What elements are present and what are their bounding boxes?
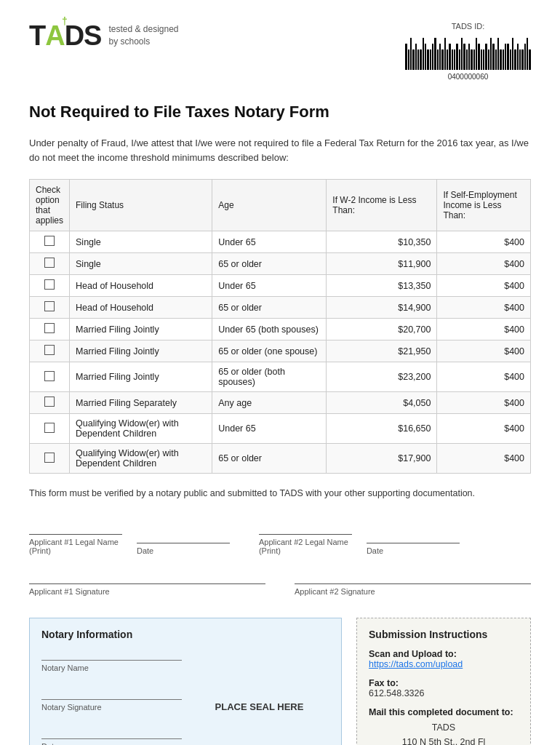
notary-fields: Notary Name Notary Signature Date — [41, 648, 182, 745]
checkbox-icon[interactable] — [44, 423, 55, 433]
applicant2-sig-line — [295, 570, 531, 584]
filing-status-cell: Single — [70, 253, 212, 275]
page-header: TA†DS tested & designed by schools TADS … — [29, 22, 531, 81]
notary-date-field: Date — [41, 726, 182, 745]
checkbox-cell[interactable] — [30, 231, 70, 253]
applicant1-name-label: Applicant #1 Legal Name (Print) — [29, 538, 122, 555]
w2-income-cell: $23,200 — [327, 362, 437, 392]
w2-income-cell: $10,350 — [327, 231, 437, 253]
intro-text: Under penalty of Fraud, I/we attest that… — [29, 136, 531, 164]
age-cell: 65 or older — [212, 253, 327, 275]
self-employment-cell: $400 — [437, 362, 531, 392]
checkbox-cell[interactable] — [30, 392, 70, 414]
submission-mail-label: Mail this completed document to: — [369, 707, 513, 717]
checkbox-icon[interactable] — [44, 453, 55, 463]
self-employment-cell: $400 — [437, 319, 531, 340]
bottom-section: Notary Information Notary Name Notary Si… — [29, 618, 531, 745]
self-employment-cell: $400 — [437, 275, 531, 297]
checkbox-icon[interactable] — [44, 371, 55, 381]
submission-mail-street: 110 N 5th St., 2nd Fl — [402, 737, 486, 745]
applicant2-sig-label: Applicant #2 Signature — [295, 587, 531, 596]
checkbox-cell[interactable] — [30, 319, 70, 340]
applicant1-sig-line — [29, 570, 265, 584]
submission-mail-name: TADS — [432, 722, 455, 733]
sig-name-row: Applicant #1 Legal Name (Print) Date App… — [29, 520, 531, 555]
checkbox-cell[interactable] — [30, 275, 70, 297]
table-row: Married Filing Separately Any age $4,050… — [30, 392, 531, 414]
notary-sig-field: Notary Signature — [41, 687, 182, 712]
col-header-w2: If W-2 Income is Less Than: — [327, 180, 437, 231]
applicant2-name-line — [259, 520, 352, 535]
col-header-self: If Self-Employment Income is Less Than: — [437, 180, 531, 231]
w2-income-cell: $16,650 — [327, 414, 437, 444]
submission-box: Submission Instructions Scan and Upload … — [356, 618, 531, 745]
w2-income-cell: $20,700 — [327, 319, 437, 340]
table-row: Qualifying Widow(er) with Dependent Chil… — [30, 444, 531, 474]
checkbox-cell[interactable] — [30, 253, 70, 275]
table-row: Head of Household Under 65 $13,350 $400 — [30, 275, 531, 297]
notary-box: Notary Information Notary Name Notary Si… — [29, 618, 342, 745]
filing-status-cell: Qualifying Widow(er) with Dependent Chil… — [70, 444, 212, 474]
applicant2-date-line — [367, 529, 460, 543]
applicant1-name-field: Applicant #1 Legal Name (Print) — [29, 520, 122, 555]
submission-scan-url[interactable]: https://tads.com/upload — [369, 659, 463, 669]
filing-status-cell: Head of Household — [70, 275, 212, 297]
col-header-age: Age — [212, 180, 327, 231]
checkbox-icon[interactable] — [44, 301, 55, 311]
checkbox-cell[interactable] — [30, 362, 70, 392]
age-cell: 65 or older — [212, 444, 327, 474]
self-employment-cell: $400 — [437, 414, 531, 444]
place-seal-text: PLACE SEAL HERE — [208, 680, 311, 734]
checkbox-icon[interactable] — [44, 323, 55, 333]
notary-seal-placeholder: PLACE SEAL HERE — [189, 648, 329, 745]
notary-name-field: Notary Name — [41, 648, 182, 672]
w2-income-cell: $4,050 — [327, 392, 437, 414]
applicant2-name-pair: Applicant #2 Legal Name (Print) Date — [259, 520, 460, 555]
w2-income-cell: $13,350 — [327, 275, 437, 297]
self-employment-cell: $400 — [437, 231, 531, 253]
checkbox-icon[interactable] — [44, 258, 55, 268]
applicant1-date-field: Date — [137, 529, 230, 555]
filing-status-cell: Qualifying Widow(er) with Dependent Chil… — [70, 414, 212, 444]
logo-tagline: tested & designed by schools — [108, 23, 178, 48]
self-employment-cell: $400 — [437, 392, 531, 414]
checkbox-icon[interactable] — [44, 279, 55, 290]
submission-fax-number: 612.548.3326 — [369, 688, 424, 698]
applicant1-sig-label: Applicant #1 Signature — [29, 587, 265, 596]
barcode — [405, 33, 531, 70]
applicant1-date-label: Date — [137, 546, 230, 555]
submission-scan: Scan and Upload to: https://tads.com/upl… — [369, 649, 519, 669]
checkbox-cell[interactable] — [30, 414, 70, 444]
tads-logo: TA†DS — [29, 22, 101, 49]
table-row: Married Filing Jointly 65 or older (one … — [30, 340, 531, 362]
checkbox-cell[interactable] — [30, 297, 70, 319]
signature-section: Applicant #1 Legal Name (Print) Date App… — [29, 520, 531, 596]
checkbox-cell[interactable] — [30, 444, 70, 474]
filing-status-cell: Married Filing Jointly — [70, 362, 212, 392]
age-cell: Any age — [212, 392, 327, 414]
checkbox-cell[interactable] — [30, 340, 70, 362]
applicant1-date-line — [137, 529, 230, 543]
notary-seal-area: Notary Name Notary Signature Date PLACE … — [41, 648, 329, 745]
filing-status-cell: Married Filing Separately — [70, 392, 212, 414]
notary-date-line — [41, 726, 182, 739]
checkbox-icon[interactable] — [44, 345, 55, 355]
verify-text: This form must be verified by a notary p… — [29, 488, 531, 498]
page-title: Not Required to File Taxes Notary Form — [29, 103, 531, 121]
applicant2-sig-field: Applicant #2 Signature — [295, 570, 531, 596]
filing-status-cell: Single — [70, 231, 212, 253]
w2-income-cell: $17,900 — [327, 444, 437, 474]
self-employment-cell: $400 — [437, 340, 531, 362]
checkbox-icon[interactable] — [44, 397, 55, 407]
notary-title: Notary Information — [41, 629, 329, 640]
applicant1-name-pair: Applicant #1 Legal Name (Print) Date — [29, 520, 230, 555]
sig-signature-row: Applicant #1 Signature Applicant #2 Sign… — [29, 570, 531, 596]
checkbox-icon[interactable] — [44, 236, 55, 246]
age-cell: 65 or older (one spouse) — [212, 340, 327, 362]
age-cell: Under 65 (both spouses) — [212, 319, 327, 340]
submission-address: TADS 110 N 5th St., 2nd Fl Minneapolis, … — [369, 720, 519, 745]
submission-scan-label: Scan and Upload to: — [369, 649, 457, 659]
self-employment-cell: $400 — [437, 253, 531, 275]
table-row: Single 65 or older $11,900 $400 — [30, 253, 531, 275]
tads-id-label: TADS ID: — [405, 22, 531, 31]
